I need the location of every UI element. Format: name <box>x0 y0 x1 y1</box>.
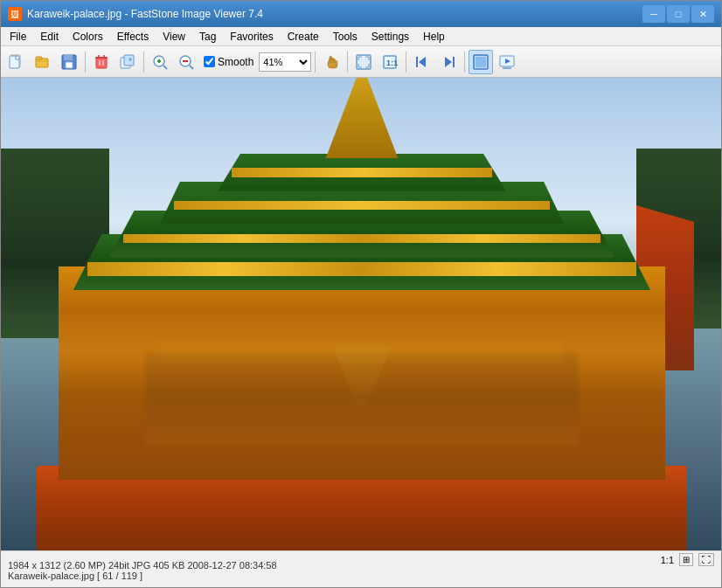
svg-rect-5 <box>64 55 73 60</box>
copy-to-button[interactable] <box>115 50 140 74</box>
zoom-out-button[interactable] <box>174 50 198 74</box>
new-file-button[interactable] <box>4 50 29 74</box>
svg-line-20 <box>163 66 167 69</box>
minimize-button[interactable]: ─ <box>642 5 665 23</box>
toolbar-separator-5 <box>406 52 406 73</box>
svg-marker-36 <box>419 57 426 67</box>
open-file-button[interactable] <box>31 50 55 74</box>
fullscreen-button[interactable] <box>469 50 493 74</box>
svg-rect-6 <box>66 62 73 68</box>
zoom-indicator: 1:1 <box>661 555 674 565</box>
fit-to-window-status-btn[interactable]: ⊞ <box>679 553 693 566</box>
menu-tag[interactable]: Tag <box>192 27 223 46</box>
actual-size-button[interactable]: 1:1 <box>378 50 402 74</box>
title-text: 🖼 Karaweik-palace.jpg - FastStone Image … <box>8 7 263 21</box>
delete-button[interactable] <box>89 50 114 74</box>
smooth-checkbox[interactable] <box>204 56 215 67</box>
gold-trim-1 <box>87 262 636 276</box>
window-controls: ─ □ ✕ <box>642 5 714 23</box>
close-button[interactable]: ✕ <box>691 5 714 23</box>
menu-edit[interactable]: Edit <box>33 27 66 46</box>
title-bar: 🖼 Karaweik-palace.jpg - FastStone Image … <box>1 1 721 27</box>
next-image-button[interactable] <box>436 50 461 74</box>
zoom-select[interactable]: 25% 33% 41% 50% 66% 75% 100% 150% 200% <box>259 52 311 72</box>
menu-colors[interactable]: Colors <box>66 27 110 46</box>
toolbar: Smooth 25% 33% 41% 50% 66% 75% 100% 150%… <box>1 46 721 78</box>
menu-bar: File Edit Colors Effects View Tag Favori… <box>1 27 721 46</box>
svg-rect-3 <box>36 57 42 59</box>
status-bar: 1984 x 1312 (2.60 MP) 24bit JPG 405 KB 2… <box>1 550 721 588</box>
menu-favorites[interactable]: Favorites <box>223 27 280 46</box>
gold-trim-2 <box>123 234 600 244</box>
file-position: Karaweik-palace.jpg [ 61 / 119 ] <box>8 571 714 581</box>
smooth-checkbox-group: Smooth <box>204 56 253 68</box>
toolbar-separator-4 <box>347 52 348 73</box>
image-canvas <box>1 78 722 550</box>
menu-tools[interactable]: Tools <box>326 27 364 46</box>
app-icon: 🖼 <box>8 7 22 21</box>
smooth-label[interactable]: Smooth <box>218 56 253 68</box>
maximize-button[interactable]: □ <box>667 5 690 23</box>
svg-text:1:1: 1:1 <box>386 59 398 67</box>
prev-image-button[interactable] <box>410 50 434 74</box>
hand-tool-button[interactable] <box>319 50 344 74</box>
save-button[interactable] <box>57 50 81 74</box>
fit-window-button[interactable] <box>351 50 376 74</box>
svg-marker-38 <box>445 57 452 67</box>
fullscreen-status-btn[interactable]: ⛶ <box>698 553 714 566</box>
slideshow-button[interactable] <box>495 50 519 74</box>
toolbar-separator-6 <box>464 52 465 73</box>
image-display-area[interactable] <box>1 78 722 550</box>
menu-effects[interactable]: Effects <box>110 27 156 46</box>
reflection-gold <box>160 338 565 362</box>
svg-rect-14 <box>124 55 134 66</box>
menu-help[interactable]: Help <box>416 27 452 46</box>
menu-file[interactable]: File <box>3 27 33 46</box>
menu-create[interactable]: Create <box>281 27 326 46</box>
gold-trim-4 <box>232 168 491 177</box>
menu-settings[interactable]: Settings <box>364 27 416 46</box>
svg-rect-7 <box>96 58 107 68</box>
svg-rect-1 <box>10 56 19 68</box>
image-info: 1984 x 1312 (2.60 MP) 24bit JPG 405 KB 2… <box>8 560 714 571</box>
title-label: Karaweik-palace.jpg - FastStone Image Vi… <box>27 8 263 20</box>
toolbar-separator-3 <box>315 52 316 73</box>
menu-view[interactable]: View <box>156 27 192 46</box>
toolbar-separator-2 <box>143 52 144 73</box>
zoom-in-button[interactable] <box>148 50 172 74</box>
status-right-panel: 1:1 ⊞ ⛶ <box>661 553 714 566</box>
svg-rect-25 <box>358 57 369 67</box>
svg-line-23 <box>190 66 193 69</box>
toolbar-separator-1 <box>85 52 86 73</box>
gold-trim-3 <box>174 201 550 211</box>
svg-rect-41 <box>476 57 486 67</box>
